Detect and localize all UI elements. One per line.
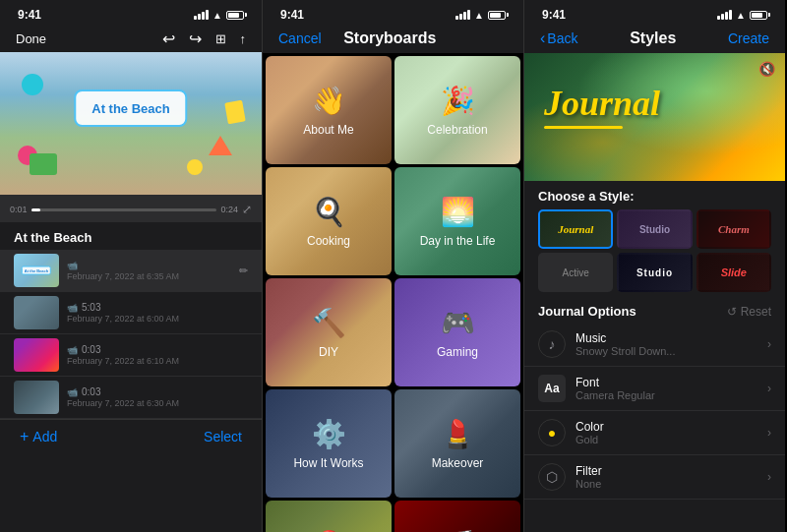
story-cell-gaming[interactable]: 🎮 Gaming [394, 278, 520, 386]
story-cell-diy[interactable]: 🔨 DIY [266, 278, 392, 386]
redo-button[interactable]: ↪ [189, 30, 202, 48]
style-cell-studio2[interactable]: Studio [617, 209, 692, 249]
timeline-bar[interactable] [31, 208, 217, 211]
filter-chevron: › [767, 470, 771, 484]
option-row-filter[interactable]: ⬡ Filter None › [524, 455, 785, 500]
clip-edit-icon-1[interactable]: ✏ [239, 265, 248, 277]
journal-title-text: Journal [544, 83, 660, 124]
color-chevron: › [767, 426, 771, 440]
clip-duration-3: 0:03 [82, 344, 100, 355]
about-me-label: About Me [303, 123, 353, 137]
status-time-3: 9:41 [542, 8, 566, 22]
story-cell-how-it-works[interactable]: ⚙️ How It Works [266, 389, 392, 498]
celebration-label: Celebration [427, 123, 487, 137]
video-toolbar: Done ↩ ↪ ⊞ ↑ [0, 26, 262, 52]
journal-underline [544, 126, 623, 129]
story-cell-cooking[interactable]: 🍳 Cooking [266, 167, 392, 275]
timeline-expand-icon[interactable]: ⤢ [242, 203, 252, 216]
font-chevron: › [767, 382, 771, 395]
battery-icon-2 [488, 11, 506, 20]
plus-icon: + [20, 428, 29, 445]
storyboard-title: Storyboards [343, 30, 436, 47]
share-button[interactable]: ↑ [240, 31, 247, 46]
style-cell-active[interactable]: Active [538, 253, 613, 292]
story-cell-qa[interactable]: ❓ Q&A [266, 501, 392, 532]
undo-button[interactable]: ↩ [162, 30, 175, 48]
title-card-text: At the Beach [91, 101, 169, 116]
story-cell-celebration[interactable]: 🎉 Celebration [394, 56, 520, 164]
mute-icon[interactable]: 🔇 [758, 61, 775, 77]
story-bg-celebration: 🎉 Celebration [394, 56, 520, 164]
howitworks-icon: ⚙️ [312, 418, 346, 450]
title-card: At the Beach [74, 89, 187, 127]
deco-circle-yellow [187, 159, 203, 175]
story-bg-makeover: 💄 Makeover [394, 389, 520, 498]
clip-thumb-3 [14, 338, 59, 372]
option-row-color[interactable]: ● Color Gold › [524, 411, 785, 455]
option-row-music[interactable]: ♪ Music Snowy Stroll Down... › [524, 323, 785, 367]
style-cell-slide[interactable]: Slide [696, 253, 771, 292]
clip-date-3: February 7, 2022 at 6:10 AM [67, 356, 248, 366]
styles-title: Styles [630, 30, 676, 47]
clip-item-1[interactable]: At the Beach 📹 February 7, 2022 at 6:35 … [0, 250, 262, 292]
clip-item-4[interactable]: 📹 0:03 February 7, 2022 at 6:30 AM [0, 377, 262, 419]
choose-style-label: Choose a Style: [524, 181, 785, 207]
clip-date-1: February 7, 2022 at 6:35 AM [67, 271, 231, 281]
clip-item-2[interactable]: 📹 5:03 February 7, 2022 at 6:00 AM [0, 292, 262, 334]
makeover-label: Makeover [432, 456, 484, 470]
back-label: Back [547, 30, 577, 46]
status-icons-3: ▲ [717, 10, 767, 21]
story-cell-about-me[interactable]: 👋 About Me [266, 56, 392, 164]
status-time-1: 9:41 [18, 8, 41, 22]
cancel-button[interactable]: Cancel [278, 30, 322, 46]
music-icon-circle: ♪ [538, 330, 566, 358]
video-preview: At the Beach [0, 52, 262, 195]
signal-bars-1 [194, 10, 209, 20]
add-button[interactable]: + Add [20, 428, 57, 445]
diy-label: DIY [319, 345, 338, 359]
style-label-charm: Charm [718, 223, 750, 235]
color-icon: ● [548, 425, 556, 441]
celebration-icon: 🎉 [441, 85, 475, 117]
style-cell-studio[interactable]: Studio [617, 253, 692, 292]
signal-bars-3 [717, 10, 732, 20]
phone-styles: 9:41 ▲ ‹ Back Styles Create Journ [523, 0, 785, 532]
style-label-active: Active [563, 267, 589, 278]
clip-item-3[interactable]: 📹 0:03 February 7, 2022 at 6:10 AM [0, 334, 262, 377]
story-cell-day-in-life[interactable]: 🌅 Day in the Life [394, 167, 520, 275]
filter-option-value: None [575, 478, 757, 490]
style-cell-journal[interactable]: Journal [538, 209, 613, 249]
status-bar-3: 9:41 ▲ [524, 0, 785, 26]
clip-info-1: 📹 February 7, 2022 at 6:35 AM [67, 261, 231, 281]
wifi-icon-1: ▲ [212, 10, 222, 21]
bottom-bar-1: + Add Select [0, 419, 262, 457]
option-row-font[interactable]: Aa Font Camera Regular › [524, 367, 785, 411]
back-button[interactable]: ‹ Back [540, 30, 577, 47]
qa-icon: ❓ [312, 529, 346, 533]
create-button[interactable]: Create [728, 30, 769, 46]
deco-rect-yellow [224, 100, 246, 125]
clip-thumb-4 [14, 381, 59, 414]
story-bg-cooking: 🍳 Cooking [266, 167, 392, 275]
music-option-content: Music Snowy Stroll Down... [575, 331, 757, 357]
story-bg-daylife: 🌅 Day in the Life [394, 167, 520, 275]
font-option-value: Camera Regular [575, 389, 757, 401]
reset-button[interactable]: ↺ Reset [727, 305, 771, 319]
toolbar-icons: ↩ ↪ ⊞ ↑ [162, 30, 247, 48]
done-button[interactable]: Done [16, 31, 46, 46]
font-option-content: Font Camera Regular [575, 376, 757, 401]
select-button[interactable]: Select [204, 429, 242, 444]
deco-triangle [209, 136, 232, 155]
status-icons-1: ▲ [194, 10, 244, 21]
style-cell-charm[interactable]: Charm [696, 209, 771, 249]
journal-options-header: Journal Options ↺ Reset [524, 298, 785, 323]
story-cell-film[interactable]: 🎬 Film [394, 501, 520, 532]
style-label-slide: Slide [721, 266, 747, 278]
clip-date-4: February 7, 2022 at 6:30 AM [67, 398, 248, 408]
timeline-area[interactable]: 0:01 0:24 ⤢ [0, 195, 262, 222]
timeline-fill [31, 208, 40, 211]
crop-button[interactable]: ⊞ [215, 31, 226, 46]
color-option-value: Gold [575, 434, 757, 445]
timeline-end: 0:24 [220, 205, 238, 214]
story-cell-makeover[interactable]: 💄 Makeover [394, 389, 520, 498]
